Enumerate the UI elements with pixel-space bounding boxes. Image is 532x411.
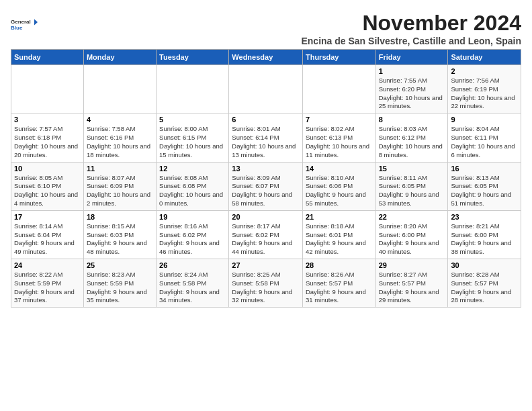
calendar-cell: 26Sunrise: 8:24 AMSunset: 5:58 PMDayligh… <box>157 259 229 308</box>
calendar-day-header: Saturday <box>448 50 521 65</box>
day-info: Sunrise: 8:14 AMSunset: 6:04 PMDaylight:… <box>14 222 81 257</box>
day-info: Sunrise: 8:07 AMSunset: 6:09 PMDaylight:… <box>87 174 153 208</box>
calendar-cell: 12Sunrise: 8:08 AMSunset: 6:08 PMDayligh… <box>157 162 229 210</box>
calendar-day-header: Monday <box>83 50 156 65</box>
day-number: 6 <box>232 116 300 124</box>
calendar-cell: 11Sunrise: 8:07 AMSunset: 6:09 PMDayligh… <box>83 162 156 210</box>
day-info: Sunrise: 8:21 AMSunset: 6:00 PMDaylight:… <box>451 222 518 257</box>
calendar-cell: 10Sunrise: 8:05 AMSunset: 6:10 PMDayligh… <box>11 162 84 210</box>
header: General Blue November 2024 Encina de San… <box>11 11 521 46</box>
calendar-cell: 13Sunrise: 8:09 AMSunset: 6:07 PMDayligh… <box>229 162 303 210</box>
day-info: Sunrise: 8:20 AMSunset: 6:00 PMDaylight:… <box>379 222 445 257</box>
logo: General Blue <box>11 11 38 38</box>
day-number: 2 <box>451 67 518 75</box>
day-info: Sunrise: 8:11 AMSunset: 6:05 PMDaylight:… <box>379 174 445 208</box>
calendar-cell: 9Sunrise: 8:04 AMSunset: 6:11 PMDaylight… <box>448 113 521 162</box>
calendar-cell: 7Sunrise: 8:02 AMSunset: 6:13 PMDaylight… <box>302 113 375 162</box>
day-info: Sunrise: 8:10 AMSunset: 6:06 PMDaylight:… <box>306 174 373 208</box>
day-info: Sunrise: 8:02 AMSunset: 6:13 PMDaylight:… <box>306 125 373 159</box>
day-info: Sunrise: 7:55 AMSunset: 6:20 PMDaylight:… <box>379 77 445 111</box>
day-number: 13 <box>232 165 300 173</box>
calendar-table: SundayMondayTuesdayWednesdayThursdayFrid… <box>11 49 521 308</box>
calendar-cell <box>229 65 303 113</box>
day-number: 1 <box>379 67 445 75</box>
calendar-week-row: 17Sunrise: 8:14 AMSunset: 6:04 PMDayligh… <box>11 210 521 259</box>
day-info: Sunrise: 8:05 AMSunset: 6:10 PMDaylight:… <box>14 174 81 208</box>
calendar-cell: 24Sunrise: 8:22 AMSunset: 5:59 PMDayligh… <box>11 259 84 308</box>
day-number: 4 <box>87 116 153 124</box>
day-number: 26 <box>159 261 226 269</box>
day-number: 30 <box>451 261 518 269</box>
day-info: Sunrise: 8:27 AMSunset: 5:57 PMDaylight:… <box>379 271 445 305</box>
calendar-day-header: Wednesday <box>229 50 303 65</box>
calendar-cell: 20Sunrise: 8:17 AMSunset: 6:02 PMDayligh… <box>229 210 303 259</box>
day-number: 15 <box>379 165 445 173</box>
calendar-week-row: 10Sunrise: 8:05 AMSunset: 6:10 PMDayligh… <box>11 162 521 210</box>
calendar-cell: 8Sunrise: 8:03 AMSunset: 6:12 PMDaylight… <box>375 113 448 162</box>
day-info: Sunrise: 8:23 AMSunset: 5:59 PMDaylight:… <box>87 271 153 305</box>
calendar-cell: 16Sunrise: 8:13 AMSunset: 6:05 PMDayligh… <box>448 162 521 210</box>
day-info: Sunrise: 8:01 AMSunset: 6:14 PMDaylight:… <box>232 125 300 159</box>
location-subtitle: Encina de San Silvestre, Castille and Le… <box>301 36 521 46</box>
calendar-day-header: Sunday <box>11 50 84 65</box>
day-number: 29 <box>379 261 445 269</box>
day-number: 19 <box>159 213 226 221</box>
calendar-week-row: 3Sunrise: 7:57 AMSunset: 6:18 PMDaylight… <box>11 113 521 162</box>
svg-text:Blue: Blue <box>11 25 23 31</box>
day-info: Sunrise: 7:57 AMSunset: 6:18 PMDaylight:… <box>14 125 81 159</box>
calendar-cell <box>302 65 375 113</box>
day-info: Sunrise: 7:56 AMSunset: 6:19 PMDaylight:… <box>451 77 518 111</box>
month-title: November 2024 <box>301 11 521 36</box>
calendar-cell: 22Sunrise: 8:20 AMSunset: 6:00 PMDayligh… <box>375 210 448 259</box>
day-number: 22 <box>379 213 445 221</box>
day-number: 21 <box>306 213 373 221</box>
day-number: 16 <box>451 165 518 173</box>
day-number: 23 <box>451 213 518 221</box>
day-number: 5 <box>159 116 226 124</box>
day-number: 17 <box>14 213 81 221</box>
calendar-cell: 29Sunrise: 8:27 AMSunset: 5:57 PMDayligh… <box>375 259 448 308</box>
calendar-header-row: SundayMondayTuesdayWednesdayThursdayFrid… <box>11 50 521 65</box>
logo-icon: General Blue <box>11 11 38 38</box>
calendar-cell: 19Sunrise: 8:16 AMSunset: 6:02 PMDayligh… <box>157 210 229 259</box>
calendar-cell: 6Sunrise: 8:01 AMSunset: 6:14 PMDaylight… <box>229 113 303 162</box>
calendar-cell: 21Sunrise: 8:18 AMSunset: 6:01 PMDayligh… <box>302 210 375 259</box>
day-info: Sunrise: 8:13 AMSunset: 6:05 PMDaylight:… <box>451 174 518 208</box>
day-number: 14 <box>306 165 373 173</box>
day-number: 12 <box>159 165 226 173</box>
svg-marker-2 <box>34 19 38 26</box>
day-number: 9 <box>451 116 518 124</box>
day-number: 27 <box>232 261 300 269</box>
calendar-cell: 15Sunrise: 8:11 AMSunset: 6:05 PMDayligh… <box>375 162 448 210</box>
calendar-cell: 18Sunrise: 8:15 AMSunset: 6:03 PMDayligh… <box>83 210 156 259</box>
calendar-cell: 4Sunrise: 7:58 AMSunset: 6:16 PMDaylight… <box>83 113 156 162</box>
day-number: 20 <box>232 213 300 221</box>
day-info: Sunrise: 8:15 AMSunset: 6:03 PMDaylight:… <box>87 222 153 257</box>
calendar-cell: 25Sunrise: 8:23 AMSunset: 5:59 PMDayligh… <box>83 259 156 308</box>
day-info: Sunrise: 8:17 AMSunset: 6:02 PMDaylight:… <box>232 222 300 257</box>
day-info: Sunrise: 8:09 AMSunset: 6:07 PMDaylight:… <box>232 174 300 208</box>
calendar-cell: 5Sunrise: 8:00 AMSunset: 6:15 PMDaylight… <box>157 113 229 162</box>
calendar-cell: 1Sunrise: 7:55 AMSunset: 6:20 PMDaylight… <box>375 65 448 113</box>
day-info: Sunrise: 8:00 AMSunset: 6:15 PMDaylight:… <box>159 125 226 159</box>
day-info: Sunrise: 8:04 AMSunset: 6:11 PMDaylight:… <box>451 125 518 159</box>
calendar-day-header: Tuesday <box>157 50 229 65</box>
svg-text:General: General <box>11 19 31 25</box>
calendar-cell: 30Sunrise: 8:28 AMSunset: 5:57 PMDayligh… <box>448 259 521 308</box>
day-info: Sunrise: 8:24 AMSunset: 5:58 PMDaylight:… <box>159 271 226 305</box>
title-block: November 2024 Encina de San Silvestre, C… <box>301 11 521 46</box>
calendar-cell: 27Sunrise: 8:25 AMSunset: 5:58 PMDayligh… <box>229 259 303 308</box>
day-info: Sunrise: 8:16 AMSunset: 6:02 PMDaylight:… <box>159 222 226 257</box>
day-number: 10 <box>14 165 81 173</box>
day-info: Sunrise: 7:58 AMSunset: 6:16 PMDaylight:… <box>87 125 153 159</box>
day-info: Sunrise: 8:08 AMSunset: 6:08 PMDaylight:… <box>159 174 226 208</box>
calendar-cell: 23Sunrise: 8:21 AMSunset: 6:00 PMDayligh… <box>448 210 521 259</box>
day-number: 24 <box>14 261 81 269</box>
day-info: Sunrise: 8:22 AMSunset: 5:59 PMDaylight:… <box>14 271 81 305</box>
day-info: Sunrise: 8:03 AMSunset: 6:12 PMDaylight:… <box>379 125 445 159</box>
calendar-cell: 17Sunrise: 8:14 AMSunset: 6:04 PMDayligh… <box>11 210 84 259</box>
calendar-day-header: Thursday <box>302 50 375 65</box>
calendar-cell: 28Sunrise: 8:26 AMSunset: 5:57 PMDayligh… <box>302 259 375 308</box>
calendar-cell <box>83 65 156 113</box>
calendar-week-row: 1Sunrise: 7:55 AMSunset: 6:20 PMDaylight… <box>11 65 521 113</box>
